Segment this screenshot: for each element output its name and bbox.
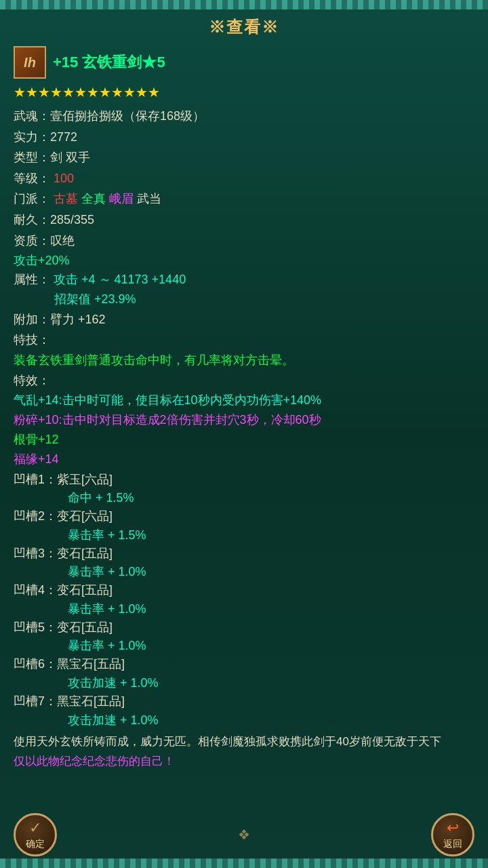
slot-7-label: 凹槽7：黑宝石[五品] xyxy=(14,694,125,708)
slot-6-bonus: 攻击加速 + 1.0% xyxy=(14,675,474,691)
slot-5-label: 凹槽5：变石[五品] xyxy=(14,620,113,634)
stars: ★★★★★★★★★★★★ xyxy=(14,85,160,100)
durability-text: 耐久：285/355 xyxy=(14,213,94,226)
back-icon: ↩ xyxy=(447,819,459,837)
type-text: 类型：剑 双手 xyxy=(14,151,90,164)
slot-4-label: 凹槽4：变石[五品] xyxy=(14,583,113,597)
slots-container: 凹槽1：紫玉[六品]命中 + 1.5%凹槽2：变石[六品]暴击率 + 1.5%凹… xyxy=(14,469,474,728)
sect-wudang: 武当 xyxy=(137,192,161,205)
slot-7: 凹槽7：黑宝石[五品]攻击加速 + 1.0% xyxy=(14,691,474,728)
confirm-label: 确定 xyxy=(26,838,45,850)
slot-1-bonus: 命中 + 1.5% xyxy=(14,490,474,506)
top-border-decoration xyxy=(0,0,488,9)
level-value: 100 xyxy=(54,172,74,185)
slot-2: 凹槽2：变石[六品]暴击率 + 1.5% xyxy=(14,506,474,543)
wuhun-text: 武魂：壹佰捌拾捌级（保存168级） xyxy=(14,109,205,123)
addon-text: 附加：臂力 +162 xyxy=(14,313,106,326)
addon-line: 附加：臂力 +162 xyxy=(14,309,474,330)
sect-gumu: 古墓 xyxy=(54,192,78,205)
attack-bonus-line: 攻击+20% xyxy=(14,252,474,269)
slot-5: 凹槽5：变石[五品]暴击率 + 1.0% xyxy=(14,617,474,654)
durability-line: 耐久：285/355 xyxy=(14,210,474,231)
confirm-icon: ✓ xyxy=(29,819,41,837)
bottom-border-decoration xyxy=(0,859,488,868)
sect-quanzhen: 全真 xyxy=(81,192,106,205)
sect-emei: 峨眉 xyxy=(109,192,134,205)
slot-3: 凹槽3：变石[五品]暴击率 + 1.0% xyxy=(14,543,474,580)
item-name: +15 玄铁重剑★5 xyxy=(53,52,165,73)
slot-4-bonus: 暴击率 + 1.0% xyxy=(14,601,474,617)
attr-value: 攻击 +4 ～ 41173 +1440 xyxy=(54,273,186,286)
slot-3-label: 凹槽3：变石[五品] xyxy=(14,547,113,560)
effect2-text: 粉碎+10:击中时对目标造成2倍伤害并封穴3秒，冷却60秒 xyxy=(14,410,474,430)
page-title: ※查看※ xyxy=(209,18,279,36)
slot-1-label: 凹槽1：紫玉[六品] xyxy=(14,473,113,486)
quality-text: 资质：叹绝 xyxy=(14,234,75,248)
sect-line: 门派： 古墓 全真 峨眉 武当 xyxy=(14,189,474,210)
slot-6-label: 凹槽6：黑宝石[五品] xyxy=(14,657,125,671)
slot-6: 凹槽6：黑宝石[五品]攻击加速 + 1.0% xyxy=(14,654,474,691)
slot-7-bonus: 攻击加速 + 1.0% xyxy=(14,712,474,728)
parry-line: 招架值 +23.9% xyxy=(14,290,474,309)
item-header: Ih +15 玄铁重剑★5 xyxy=(14,46,474,79)
quality-line: 资质：叹绝 xyxy=(14,231,474,252)
stars-row: ★★★★★★★★★★★★ xyxy=(14,84,474,100)
effect3-text: 根骨+12 xyxy=(14,430,474,450)
sect-label: 门派： xyxy=(14,192,50,205)
item-icon-text: Ih xyxy=(24,55,36,71)
wuhun-line: 武魂：壹佰捌拾捌级（保存168级） xyxy=(14,106,474,127)
memorial-text: 仅以此物纪念纪念悲伤的自己！ xyxy=(14,752,474,772)
attr-line: 属性： 攻击 +4 ～ 41173 +1440 xyxy=(14,270,474,290)
special-label: 特技： xyxy=(14,333,50,347)
content-area: Ih +15 玄铁重剑★5 ★★★★★★★★★★★★ 武魂：壹佰捌拾捌级（保存1… xyxy=(0,39,488,814)
effect-label: 特效： xyxy=(14,374,50,387)
title-bar: ※查看※ xyxy=(0,9,488,42)
effect4-text: 福缘+14 xyxy=(14,450,474,469)
attr-label: 属性： xyxy=(14,273,50,286)
type-line: 类型：剑 双手 xyxy=(14,147,474,168)
power-line: 实力：2772 xyxy=(14,127,474,148)
back-label: 返回 xyxy=(443,838,462,850)
level-line: 等级： 100 xyxy=(14,168,474,189)
bottom-bar: ✓ 确定 ❖ ↩ 返回 xyxy=(0,811,488,859)
slot-1: 凹槽1：紫玉[六品]命中 + 1.5% xyxy=(14,469,474,507)
slot-3-bonus: 暴击率 + 1.0% xyxy=(14,564,474,580)
special-label-line: 特技： xyxy=(14,330,474,351)
power-text: 实力：2772 xyxy=(14,130,77,144)
effect1-text: 气乱+14:击中时可能，使目标在10秒内受内功伤害+140% xyxy=(14,391,474,410)
level-label: 等级： xyxy=(14,172,50,185)
slot-2-bonus: 暴击率 + 1.5% xyxy=(14,527,474,543)
parry-value: 招架值 +23.9% xyxy=(54,292,136,306)
effect-label-line: 特效： xyxy=(14,370,474,391)
item-icon: Ih xyxy=(14,46,46,79)
bottom-symbol: ❖ xyxy=(238,827,250,843)
slot-5-bonus: 暴击率 + 1.0% xyxy=(14,637,474,654)
back-button[interactable]: ↩ 返回 xyxy=(431,813,474,856)
slot-2-label: 凹槽2：变石[六品] xyxy=(14,509,113,523)
confirm-button[interactable]: ✓ 确定 xyxy=(14,813,57,856)
lore-text: 使用天外玄铁所铸而成，威力无匹。相传剑魔独孤求败携此剑于40岁前便无敌于天下 xyxy=(14,732,474,752)
special-text: 装备玄铁重剑普通攻击命中时，有几率将对方击晕。 xyxy=(14,351,474,370)
slot-4: 凹槽4：变石[五品]暴击率 + 1.0% xyxy=(14,580,474,617)
attack-bonus-text: 攻击+20% xyxy=(14,254,70,267)
